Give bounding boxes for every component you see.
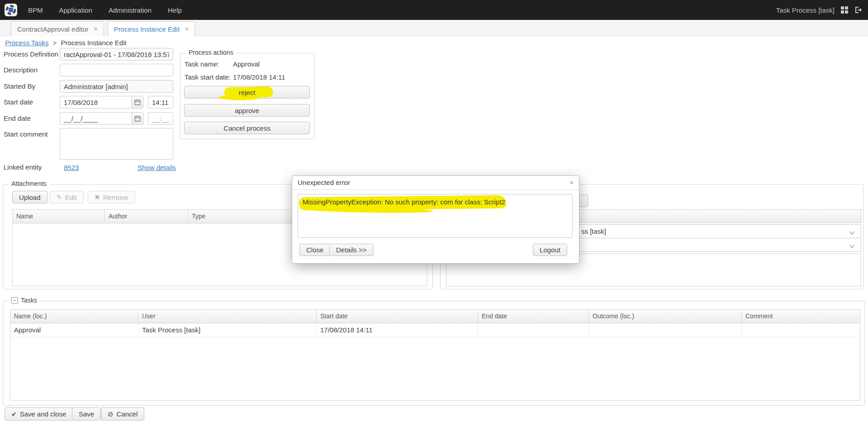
error-message-text: MissingPropertyException: No such proper… — [303, 198, 505, 206]
cancel-button[interactable]: ⊘ Cancel — [101, 407, 144, 421]
start-time-field[interactable] — [148, 96, 173, 109]
chevron-down-icon[interactable] — [849, 229, 855, 237]
save-label: Save — [79, 410, 94, 418]
started-by-field[interactable] — [60, 80, 173, 93]
column-header-user[interactable]: User — [138, 310, 317, 323]
end-date-label: End date — [4, 112, 31, 125]
breadcrumb-link-process-tasks[interactable]: Process Tasks — [5, 39, 48, 47]
description-field[interactable] — [60, 64, 173, 76]
tab-bar: ContractApproval editor × Process Instan… — [0, 20, 868, 36]
task-name-value: Approval — [233, 60, 260, 68]
linked-entity-id-link[interactable]: 8523 — [64, 164, 79, 171]
save-and-close-label: Save and close — [20, 410, 66, 418]
dialog-title: Unexpected error — [298, 179, 350, 186]
upload-button[interactable]: Upload — [12, 191, 47, 203]
table-row[interactable]: Approval Task Process [task] 17/08/2018 … — [10, 323, 860, 337]
tasks-groupbox: − Tasks Name (loc.) User Start date End … — [3, 301, 865, 406]
breadcrumb-separator: > — [53, 39, 57, 47]
details-button-label: Details >> — [336, 246, 367, 254]
check-icon: ✔ — [11, 411, 17, 418]
main-menu: BPM Application Administration Help — [28, 6, 182, 14]
column-header-outcome-loc[interactable]: Outcome (loc.) — [589, 310, 742, 323]
unexpected-error-dialog: Unexpected error × MissingPropertyExcept… — [292, 175, 579, 264]
approve-button-label: approve — [235, 107, 259, 114]
close-tab-icon[interactable]: × — [94, 25, 98, 33]
logout-icon[interactable] — [854, 6, 863, 14]
save-button[interactable]: Save — [72, 407, 101, 421]
combo-value: ss [task] — [581, 225, 606, 238]
task-name-cell: Approval — [10, 323, 138, 337]
task-start-date-label: Task start date: — [185, 73, 231, 81]
breadcrumb-current: Process Instance Edit — [61, 39, 127, 47]
calendar-icon[interactable] — [132, 112, 143, 125]
attachments-legend: Attachments — [9, 180, 49, 187]
tab-label: Process Instance Edit — [114, 25, 180, 33]
description-label: Description — [4, 64, 38, 76]
task-start-date-value: 17/08/2018 14:11 — [233, 73, 285, 81]
save-and-close-button[interactable]: ✔ Save and close — [5, 407, 73, 421]
cancel-process-button[interactable]: Cancel process — [184, 122, 310, 134]
menu-item-administration[interactable]: Administration — [109, 6, 152, 14]
start-date-field[interactable] — [60, 96, 132, 109]
tasks-table: Name (loc.) User Start date End date Out… — [10, 309, 860, 401]
menu-item-bpm[interactable]: BPM — [28, 6, 43, 14]
close-tab-icon[interactable]: × — [185, 25, 189, 33]
dialog-logout-button[interactable]: Logout — [533, 244, 567, 256]
end-date-field[interactable] — [60, 112, 132, 125]
edit-attachment-button[interactable]: ✎ Edit — [50, 191, 84, 203]
app-switcher-grid-icon[interactable] — [841, 6, 848, 14]
column-header-author[interactable]: Author — [105, 210, 188, 223]
reject-button[interactable]: reject — [184, 86, 310, 99]
tasks-table-header: Name (loc.) User Start date End date Out… — [10, 310, 860, 323]
calendar-icon[interactable] — [132, 96, 143, 109]
app-root: BPM Application Administration Help Task… — [0, 0, 868, 435]
task-comment-cell — [742, 323, 860, 337]
upload-button-label: Upload — [19, 194, 41, 201]
end-time-field[interactable] — [148, 112, 173, 125]
start-comment-field[interactable] — [60, 128, 173, 160]
dialog-details-button[interactable]: Details >> — [329, 244, 374, 256]
start-date-label: Start date — [4, 96, 33, 109]
logout-button-label: Logout — [540, 246, 560, 254]
column-header-start-date[interactable]: Start date — [317, 310, 478, 323]
process-actions-legend: Process actions — [186, 49, 236, 56]
started-by-label: Started By — [4, 80, 35, 93]
tab-contractapproval-editor[interactable]: ContractApproval editor × — [11, 21, 104, 36]
close-button-label: Close — [306, 246, 323, 254]
task-user-cell: Task Process [task] — [138, 323, 317, 337]
task-end-cell — [478, 323, 589, 337]
dialog-title-bar[interactable]: Unexpected error × — [292, 176, 579, 190]
task-outcome-cell — [589, 323, 742, 337]
tab-process-instance-edit[interactable]: Process Instance Edit × — [108, 21, 195, 36]
approve-button[interactable]: approve — [184, 104, 310, 117]
end-date-group — [60, 112, 143, 125]
pencil-icon: ✎ — [57, 194, 62, 201]
chevron-down-icon[interactable] — [849, 242, 855, 251]
process-definition-field[interactable] — [60, 48, 173, 61]
menu-item-help[interactable]: Help — [168, 6, 182, 14]
remove-attachment-button[interactable]: ✖ Remove — [88, 191, 135, 203]
cancel-label: Cancel — [117, 410, 138, 418]
column-header-name[interactable]: Name — [13, 210, 105, 223]
column-header-name-loc[interactable]: Name (loc.) — [10, 310, 138, 323]
show-details-link[interactable]: Show details — [138, 164, 176, 171]
reject-button-label: reject — [239, 89, 256, 96]
menu-item-application[interactable]: Application — [59, 6, 92, 14]
task-start-cell: 17/08/2018 14:11 — [317, 323, 478, 337]
collapse-icon[interactable]: − — [11, 297, 18, 304]
column-header-end-date[interactable]: End date — [478, 310, 589, 323]
start-comment-label: Start comment — [4, 128, 48, 141]
remove-x-icon: ✖ — [95, 194, 100, 201]
dialog-close-button[interactable]: Close — [299, 244, 330, 256]
edit-button-label: Edit — [65, 194, 77, 201]
column-header-comment[interactable]: Comment — [742, 310, 860, 323]
dialog-close-icon[interactable]: × — [569, 176, 574, 189]
process-actions-groupbox: Process actions Task name: Approval Task… — [180, 53, 315, 139]
remove-button-label: Remove — [103, 194, 128, 201]
start-date-group — [60, 96, 143, 109]
breadcrumb: Process Tasks > Process Instance Edit — [5, 39, 127, 47]
cancel-process-button-label: Cancel process — [223, 124, 270, 132]
app-logo-icon[interactable] — [5, 4, 17, 16]
task-name-label: Task name: — [185, 60, 219, 68]
current-user-label: Task Process [task] — [776, 6, 835, 14]
